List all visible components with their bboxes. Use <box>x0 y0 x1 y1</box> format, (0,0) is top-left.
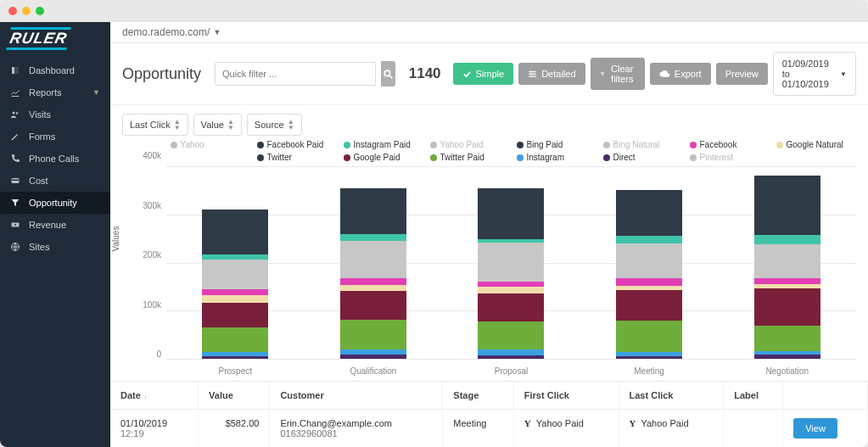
segment <box>478 188 544 239</box>
segment <box>616 190 682 235</box>
legend-item[interactable]: Google Natural <box>776 140 853 149</box>
cell-action: View <box>783 410 868 448</box>
address-bar[interactable]: demo.rademo.com/ ▼ <box>110 22 868 43</box>
quick-filter-input[interactable] <box>215 62 376 86</box>
col-header[interactable]: Value <box>199 382 270 410</box>
search-button[interactable] <box>381 61 395 87</box>
sidebar-item-label: Sites <box>29 242 49 252</box>
globe-icon <box>10 242 20 252</box>
col-header[interactable]: Last Click <box>619 382 724 410</box>
swatch-icon <box>257 154 264 161</box>
dimension-dropdown[interactable]: Source▲▼ <box>247 114 302 136</box>
legend-item[interactable]: Direct <box>603 153 680 162</box>
segment <box>616 356 682 359</box>
y-tick: 0 <box>143 349 161 359</box>
cell-first-click: YYahoo Paid <box>513 410 619 448</box>
x-label: Prospect <box>202 366 268 376</box>
segment <box>478 282 544 288</box>
legend-item[interactable]: Pinterest <box>690 153 766 162</box>
col-header[interactable]: First Click <box>513 382 619 410</box>
sidebar-item-visits[interactable]: Visits <box>0 103 110 126</box>
legend-item[interactable]: Facebook Paid <box>257 140 333 149</box>
toolbar: Opportunity 1140 Simple Detailed Clear f… <box>110 43 868 105</box>
svg-marker-15 <box>600 72 604 75</box>
sidebar-item-revenue[interactable]: Revenue <box>0 214 110 236</box>
bar-qualification[interactable] <box>340 166 406 359</box>
legend-item[interactable]: Instagram <box>517 153 593 162</box>
legend-item[interactable]: Bing Paid <box>517 140 593 149</box>
yahoo-icon: Y <box>630 418 636 428</box>
bar-proposal[interactable] <box>478 166 544 359</box>
sidebar-item-label: Reports <box>29 87 62 98</box>
segment <box>478 355 544 359</box>
attribution-dropdown[interactable]: Last Click▲▼ <box>122 114 188 136</box>
opportunity-table: Date ↓ValueCustomerStageFirst ClickLast … <box>110 381 868 447</box>
legend-item[interactable]: Facebook <box>690 140 766 149</box>
bar-meeting[interactable] <box>616 166 682 359</box>
col-header[interactable]: Date ↓ <box>110 382 199 410</box>
svg-point-10 <box>384 70 390 76</box>
money-icon <box>10 220 20 230</box>
simple-button[interactable]: Simple <box>453 63 514 85</box>
x-label: Qualification <box>340 366 406 376</box>
search-icon <box>383 69 394 80</box>
segment <box>340 320 406 349</box>
swatch-icon <box>171 142 177 148</box>
y-tick: 200k <box>143 250 161 260</box>
svg-rect-1 <box>12 67 14 74</box>
cell-stage: Meeting <box>443 410 514 448</box>
preview-button[interactable]: Preview <box>716 63 768 85</box>
swatch-icon <box>257 142 264 148</box>
legend-item[interactable]: Twitter <box>257 153 333 162</box>
legend-item[interactable]: Google Paid <box>344 153 420 162</box>
bar-prospect[interactable] <box>202 166 268 359</box>
legend-item[interactable]: Instagram Paid <box>344 140 420 149</box>
min-dot[interactable] <box>22 7 31 15</box>
sidebar-item-forms[interactable]: Forms <box>0 126 110 148</box>
segment <box>754 326 820 351</box>
svg-point-3 <box>16 112 19 115</box>
swatch-icon <box>517 142 524 148</box>
metric-dropdown[interactable]: Value▲▼ <box>193 114 242 136</box>
sidebar-item-opportunity[interactable]: Opportunity <box>0 192 110 214</box>
date-range-picker[interactable]: 01/09/2019 to 01/10/2019 ▼ <box>773 52 856 96</box>
sidebar-item-label: Cost <box>29 176 48 186</box>
sort-icon: ▲▼ <box>288 119 294 131</box>
segment <box>202 210 268 254</box>
legend-item[interactable]: Yahoo Paid <box>430 140 507 149</box>
col-header[interactable]: Customer <box>270 382 443 410</box>
col-header[interactable]: Stage <box>443 382 514 410</box>
sidebar-item-reports[interactable]: Reports▼ <box>0 81 110 103</box>
svg-rect-13 <box>529 73 536 74</box>
view-button[interactable]: View <box>793 418 837 439</box>
max-dot[interactable] <box>36 7 44 15</box>
sidebar-item-sites[interactable]: Sites <box>0 236 110 258</box>
legend-item[interactable]: Yahoo <box>171 140 247 149</box>
y-tick: 400k <box>143 151 161 160</box>
check-icon <box>462 70 472 79</box>
detailed-button[interactable]: Detailed <box>518 63 585 85</box>
funnel-icon <box>10 198 20 208</box>
col-header[interactable]: Label <box>724 382 783 410</box>
legend-item[interactable]: Twitter Paid <box>430 153 507 162</box>
sort-icon: ↓ <box>143 392 148 400</box>
sidebar-item-phone-calls[interactable]: Phone Calls <box>0 148 110 170</box>
x-label: Meeting <box>616 366 682 376</box>
clear-filters-button[interactable]: Clear filters <box>591 58 645 90</box>
swatch-icon <box>603 154 610 161</box>
brand-logo: RULER <box>0 22 110 54</box>
sidebar-item-label: Forms <box>29 131 55 142</box>
bar-negotiation[interactable] <box>754 166 820 359</box>
segment <box>478 293 544 321</box>
svg-point-2 <box>13 112 15 115</box>
sidebar-item-dashboard[interactable]: Dashboard <box>0 59 110 81</box>
window-titlebar <box>0 0 868 22</box>
pencil-icon <box>10 131 20 142</box>
col-header[interactable] <box>783 382 868 410</box>
swatch-icon <box>776 142 783 148</box>
cell-last-click: YYahoo Paid <box>619 410 724 448</box>
legend-item[interactable]: Bing Natural <box>603 140 680 149</box>
close-dot[interactable] <box>8 7 17 15</box>
export-button[interactable]: Export <box>650 63 711 85</box>
sidebar-item-cost[interactable]: Cost <box>0 170 110 192</box>
